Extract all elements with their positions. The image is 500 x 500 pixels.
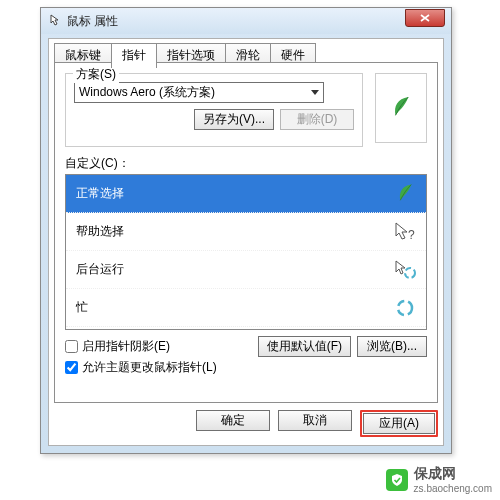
scheme-group: 方案(S) Windows Aero (系统方案) 另存为(V)... 删除(D… bbox=[65, 73, 363, 147]
svg-point-1 bbox=[405, 268, 415, 278]
ok-button[interactable]: 确定 bbox=[196, 410, 270, 431]
dialog-body: 鼠标键 指针 指针选项 滑轮 硬件 方案(S) Windows Aero (系统… bbox=[48, 38, 444, 446]
list-item-label: 帮助选择 bbox=[76, 223, 124, 240]
scheme-label: 方案(S) bbox=[73, 66, 119, 83]
list-item-label: 后台运行 bbox=[76, 261, 124, 278]
delete-button: 删除(D) bbox=[280, 109, 354, 130]
spinner-icon bbox=[394, 297, 416, 319]
list-item-label: 忙 bbox=[76, 299, 88, 316]
shield-icon bbox=[386, 469, 408, 491]
list-item[interactable]: 帮助选择 ? bbox=[66, 213, 426, 251]
watermark-text: 保成网 zs.baocheng.com bbox=[414, 465, 492, 494]
leaf-icon bbox=[394, 183, 416, 205]
arrow-spinner-icon bbox=[394, 259, 416, 281]
list-item[interactable]: 忙 bbox=[66, 289, 426, 327]
svg-text:?: ? bbox=[408, 228, 415, 242]
tab-pointers[interactable]: 指针 bbox=[111, 43, 157, 68]
browse-button[interactable]: 浏览(B)... bbox=[357, 336, 427, 357]
dialog-footer: 确定 取消 应用(A) bbox=[54, 410, 438, 437]
titlebar: 鼠标 属性 bbox=[41, 8, 451, 34]
customize-label: 自定义(C)： bbox=[65, 155, 427, 172]
checkbox-input[interactable] bbox=[65, 340, 78, 353]
scheme-select[interactable]: Windows Aero (系统方案) bbox=[74, 82, 324, 103]
cancel-button[interactable]: 取消 bbox=[278, 410, 352, 431]
list-item-label: 正常选择 bbox=[76, 185, 124, 202]
list-item[interactable]: 后台运行 bbox=[66, 251, 426, 289]
cursor-preview bbox=[375, 73, 427, 143]
leaf-icon bbox=[390, 95, 412, 121]
use-defaults-button[interactable]: 使用默认值(F) bbox=[258, 336, 351, 357]
mouse-properties-window: 鼠标 属性 鼠标键 指针 指针选项 滑轮 硬件 方案(S) Windows Ae… bbox=[40, 7, 452, 454]
watermark: 保成网 zs.baocheng.com bbox=[378, 459, 500, 500]
tab-panel-pointers: 方案(S) Windows Aero (系统方案) 另存为(V)... 删除(D… bbox=[54, 62, 438, 403]
chevron-down-icon bbox=[311, 90, 319, 95]
save-as-button[interactable]: 另存为(V)... bbox=[194, 109, 274, 130]
checkbox-label: 允许主题更改鼠标指针(L) bbox=[82, 359, 217, 376]
scheme-selected: Windows Aero (系统方案) bbox=[79, 84, 215, 101]
allow-theme-checkbox[interactable]: 允许主题更改鼠标指针(L) bbox=[65, 357, 427, 377]
checkbox-input[interactable] bbox=[65, 361, 78, 374]
arrow-help-icon: ? bbox=[394, 221, 416, 243]
close-button[interactable] bbox=[405, 9, 445, 27]
apply-highlight: 应用(A) bbox=[360, 410, 438, 437]
enable-shadow-checkbox[interactable]: 启用指针阴影(E) bbox=[65, 337, 170, 357]
options-area: 启用指针阴影(E) 使用默认值(F) 浏览(B)... 允许主题更改鼠标指针(L… bbox=[65, 336, 427, 377]
list-item[interactable]: 正常选择 bbox=[66, 175, 426, 213]
cursor-list[interactable]: 正常选择 帮助选择 ? 后台运行 bbox=[65, 174, 427, 330]
apply-button[interactable]: 应用(A) bbox=[363, 413, 435, 434]
mouse-icon bbox=[47, 14, 61, 28]
svg-point-2 bbox=[398, 301, 412, 315]
window-title: 鼠标 属性 bbox=[67, 13, 118, 30]
checkbox-label: 启用指针阴影(E) bbox=[82, 338, 170, 355]
